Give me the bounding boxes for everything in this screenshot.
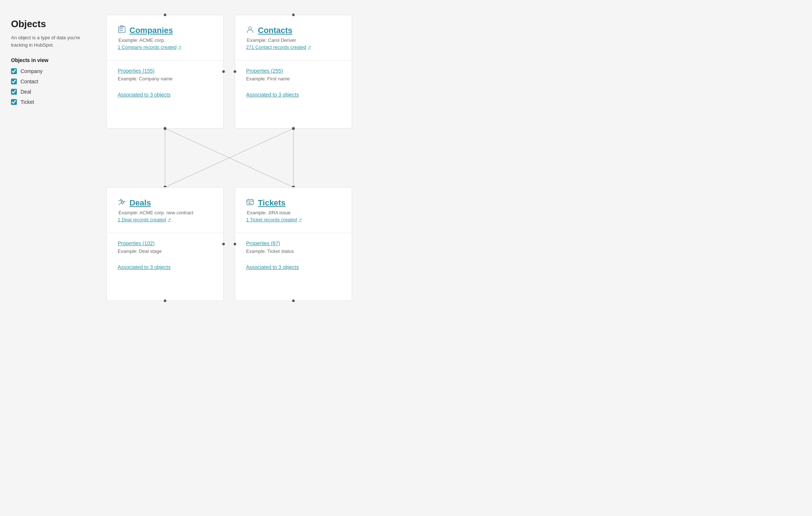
companies-icon xyxy=(118,25,126,35)
deal-label: Deal xyxy=(21,89,31,95)
checkbox-contact[interactable]: Contact xyxy=(11,79,92,84)
page-title: Objects xyxy=(11,18,92,30)
companies-dot-top xyxy=(164,14,167,16)
connection-lines xyxy=(106,128,352,187)
companies-dot-right xyxy=(222,70,225,73)
tickets-associated-link[interactable]: Associated to 3 objects xyxy=(246,264,299,270)
companies-card: Companies Example: ACME corp. 1 Company … xyxy=(106,15,224,128)
tickets-dot-bottom xyxy=(292,299,295,302)
svg-point-12 xyxy=(292,128,295,130)
deals-icon xyxy=(118,198,126,208)
contacts-dot-left xyxy=(234,70,236,73)
deals-example: Example: ACME corp. new contract xyxy=(118,210,212,215)
companies-divider xyxy=(107,60,223,61)
cards-wrapper: Companies Example: ACME corp. 1 Company … xyxy=(106,15,801,301)
svg-rect-3 xyxy=(120,30,121,31)
svg-point-6 xyxy=(249,27,252,30)
tickets-example: Example: JIRA issue xyxy=(247,210,341,215)
deals-records-link[interactable]: 1 Deal records created ↗ xyxy=(118,217,212,222)
deals-dot-right xyxy=(222,243,225,246)
connector-area xyxy=(106,128,352,187)
company-checkbox[interactable] xyxy=(11,68,17,74)
contacts-title[interactable]: Contacts xyxy=(258,26,292,35)
deals-divider xyxy=(107,233,223,233)
checkbox-deal[interactable]: Deal xyxy=(11,89,92,95)
contacts-divider xyxy=(235,60,352,61)
checkbox-list: Company Contact Deal Ticket xyxy=(11,68,92,105)
companies-associated-link[interactable]: Associated to 3 objects xyxy=(118,92,171,98)
svg-rect-4 xyxy=(121,30,122,31)
svg-rect-15 xyxy=(247,200,253,205)
tickets-ext-icon: ↗ xyxy=(299,217,302,222)
svg-rect-1 xyxy=(120,28,121,29)
ticket-label: Ticket xyxy=(21,99,34,105)
contacts-dot-top xyxy=(292,14,295,16)
tickets-card-header: Tickets xyxy=(246,198,341,208)
deals-card: Deals Example: ACME corp. new contract 1… xyxy=(106,187,224,301)
companies-props-example: Example: Company name xyxy=(118,76,212,81)
checkbox-company[interactable]: Company xyxy=(11,68,92,74)
top-row: Companies Example: ACME corp. 1 Company … xyxy=(106,15,352,128)
companies-properties-link[interactable]: Properties (155) xyxy=(118,68,212,74)
tickets-card: Tickets Example: JIRA issue 1 Ticket rec… xyxy=(235,187,352,301)
sidebar: Objects An object is a type of data you'… xyxy=(11,15,92,501)
objects-in-view-heading: Objects in view xyxy=(11,57,92,63)
deals-associated-link[interactable]: Associated to 3 objects xyxy=(118,264,171,270)
contacts-ext-icon: ↗ xyxy=(308,45,311,50)
tickets-dot-left xyxy=(234,243,236,246)
contacts-card: Contacts Example: Carol Denver 271 Conta… xyxy=(235,15,352,128)
svg-rect-0 xyxy=(118,27,125,33)
tickets-props-example: Example: Ticket status xyxy=(246,248,341,254)
company-label: Company xyxy=(21,68,43,74)
svg-rect-5 xyxy=(120,26,123,27)
main-canvas: Companies Example: ACME corp. 1 Company … xyxy=(106,15,801,501)
companies-title[interactable]: Companies xyxy=(129,26,173,35)
contacts-associated-link[interactable]: Associated to 3 objects xyxy=(246,92,299,98)
deals-dot-bottom xyxy=(164,299,167,302)
deals-title[interactable]: Deals xyxy=(129,198,151,208)
sidebar-description: An object is a type of data you're track… xyxy=(11,34,92,48)
companies-card-header: Companies xyxy=(118,25,212,35)
tickets-title[interactable]: Tickets xyxy=(258,198,285,208)
contacts-example: Example: Carol Denver xyxy=(247,37,341,43)
ticket-checkbox[interactable] xyxy=(11,99,17,105)
contacts-records-link[interactable]: 271 Contact records created ↗ xyxy=(246,44,341,50)
tickets-icon xyxy=(246,198,254,208)
contacts-props-example: Example: First name xyxy=(246,76,341,81)
tickets-divider xyxy=(235,233,352,233)
deals-ext-icon: ↗ xyxy=(168,217,171,222)
contacts-icon xyxy=(246,25,254,35)
tickets-properties-link[interactable]: Properties (87) xyxy=(246,240,341,246)
contacts-card-header: Contacts xyxy=(246,25,341,35)
contacts-properties-link[interactable]: Properties (255) xyxy=(246,68,341,74)
deals-properties-link[interactable]: Properties (102) xyxy=(118,240,212,246)
deals-card-header: Deals xyxy=(118,198,212,208)
contact-label: Contact xyxy=(21,79,38,84)
svg-point-11 xyxy=(164,128,167,130)
svg-rect-2 xyxy=(121,28,122,29)
companies-records-link[interactable]: 1 Company records created ↗ xyxy=(118,44,212,50)
deals-props-example: Example: Deal stage xyxy=(118,248,212,254)
companies-example: Example: ACME corp. xyxy=(118,37,212,43)
companies-ext-icon: ↗ xyxy=(178,45,181,50)
deal-checkbox[interactable] xyxy=(11,89,17,95)
tickets-records-link[interactable]: 1 Ticket records created ↗ xyxy=(246,217,341,222)
checkbox-ticket[interactable]: Ticket xyxy=(11,99,92,105)
contact-checkbox[interactable] xyxy=(11,79,17,84)
bottom-row: Deals Example: ACME corp. new contract 1… xyxy=(106,187,352,301)
